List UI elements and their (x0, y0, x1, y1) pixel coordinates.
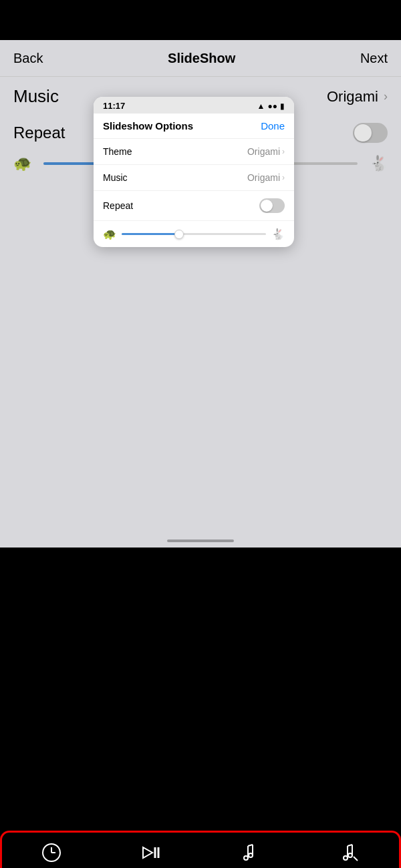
wifi-icon: ▲ (257, 101, 265, 111)
phone-screen: Back SlideShow Next Music Origami › Repe… (0, 40, 401, 548)
popup-time: 11:17 (103, 101, 125, 111)
svg-line-8 (248, 845, 253, 846)
popup-slow-icon: 🐢 (103, 228, 116, 240)
popup-slider-track[interactable] (122, 233, 266, 235)
popup-fast-icon: 🐇 (271, 228, 285, 240)
toolbar-item-edit[interactable]: Edit (300, 841, 400, 868)
signal-icon: ●● (268, 101, 278, 111)
popup-header: Slideshow Options Done (94, 114, 294, 139)
svg-point-14 (344, 856, 348, 860)
theme-chevron: › (282, 147, 285, 156)
phone-home-indicator (167, 539, 234, 542)
music-option-row[interactable]: Music Origami› (94, 165, 294, 191)
popup-repeat-toggle[interactable] (259, 198, 285, 213)
black-content-area (0, 548, 401, 831)
popup-status-icons: ▲ ●● ▮ (257, 101, 285, 111)
music-toolbar-icon (238, 841, 262, 865)
popup-overlay: 11:17 ▲ ●● ▮ Slideshow Options Done Them… (0, 40, 401, 548)
popup-repeat-label: Repeat (103, 200, 133, 211)
music-option-label: Music (103, 172, 128, 183)
svg-marker-3 (143, 847, 152, 858)
svg-point-15 (348, 853, 352, 857)
toolbar-item-transition[interactable]: Transition (102, 841, 201, 868)
svg-line-13 (348, 845, 352, 846)
svg-line-16 (354, 857, 358, 861)
popup-done-button[interactable]: Done (261, 120, 285, 132)
music-chevron: › (282, 173, 285, 182)
popup-slider-thumb (174, 230, 184, 239)
theme-option-row[interactable]: Theme Origami› (94, 139, 294, 165)
duration-icon (39, 841, 63, 865)
toolbar-item-music[interactable]: Music (200, 841, 300, 868)
svg-point-10 (249, 853, 253, 857)
top-status-bar (0, 0, 401, 40)
svg-point-9 (244, 856, 248, 860)
battery-icon: ▮ (280, 101, 285, 111)
toolbar-item-duration[interactable]: Duration (2, 841, 102, 868)
theme-option-label: Theme (103, 146, 132, 157)
edit-icon (338, 841, 362, 865)
popup-repeat-row: Repeat (94, 191, 294, 221)
popup-status-bar: 11:17 ▲ ●● ▮ (94, 97, 294, 114)
slideshow-options-popup: 11:17 ▲ ●● ▮ Slideshow Options Done Them… (94, 97, 294, 247)
theme-option-value: Origami› (247, 146, 285, 157)
popup-slider-fill (122, 233, 179, 235)
transition-icon (139, 841, 163, 865)
popup-speed-slider-row: 🐢 🐇 (94, 221, 294, 247)
music-option-value: Origami› (247, 172, 285, 183)
popup-title: Slideshow Options (103, 120, 193, 132)
bottom-toolbar: Duration Transition (0, 831, 401, 868)
bottom-section: Duration Transition (0, 548, 401, 868)
popup-toggle-thumb (261, 200, 273, 212)
